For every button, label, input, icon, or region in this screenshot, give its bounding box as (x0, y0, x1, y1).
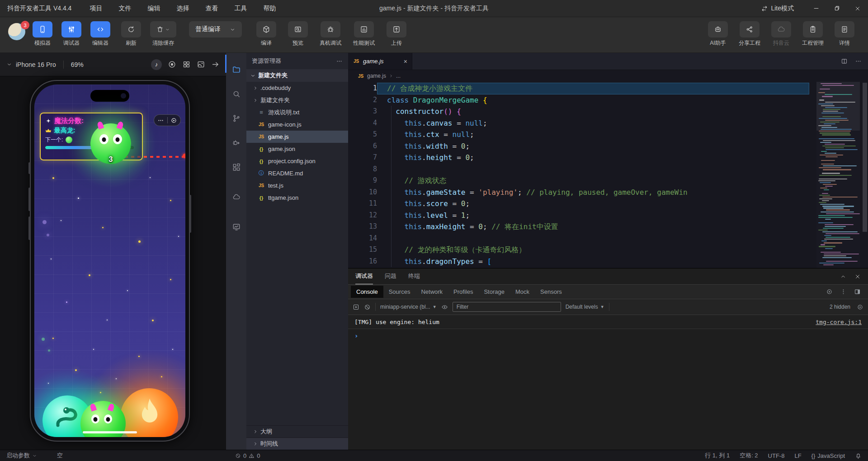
game-screen[interactable]: 魔法分数: 最高龙: 下一个: (34, 85, 185, 437)
fire-ball[interactable] (120, 388, 178, 437)
code-editor[interactable]: 1// 合成神龙小游戏主文件2class DragonMergeGame {3 … (348, 82, 868, 268)
user-avatar[interactable]: 3 (8, 23, 26, 41)
devtools-tab-profiles[interactable]: Profiles (448, 286, 478, 298)
file-item-.codebuddy[interactable]: .codebuddy (246, 82, 348, 94)
toolbar-perf-test-button[interactable]: 性能测试 (353, 21, 375, 47)
devtools-tab-sources[interactable]: Sources (383, 286, 416, 298)
console-prompt[interactable]: › (348, 329, 868, 343)
close-button[interactable] (847, 0, 868, 17)
toolbar-share-project-button[interactable]: 分享工程 (739, 21, 760, 47)
menu-选择[interactable]: 选择 (168, 0, 197, 17)
file-item-game.js[interactable]: JSgame.js (246, 131, 348, 143)
source-control-icon[interactable] (226, 106, 246, 131)
file-item-game-icon.js[interactable]: JSgame-icon.js (246, 118, 348, 131)
falling-dragon[interactable]: 3 (90, 123, 131, 164)
menu-查看[interactable]: 查看 (197, 0, 226, 17)
file-item-新建文件夹[interactable]: 新建文件夹 (246, 94, 348, 106)
lite-mode-toggle[interactable]: Lite模式 (761, 5, 794, 13)
menu-编辑[interactable]: 编辑 (139, 0, 168, 17)
console-settings-icon[interactable] (857, 304, 863, 310)
toolbar-refresh-button[interactable]: 刷新 (121, 21, 141, 47)
screenshot-icon[interactable] (197, 60, 205, 69)
toolbar-compile-button[interactable]: 编译 (256, 21, 276, 47)
log-levels-dropdown[interactable]: Default levels ▼ (566, 304, 604, 310)
log-source-link[interactable]: tmg-core.js:1 (816, 319, 862, 325)
code-line-11[interactable]: 11 this.score = 0; (348, 198, 809, 210)
breadcrumb[interactable]: JS game.js ... (348, 70, 868, 82)
toolbar-details-button[interactable]: 详情 (835, 21, 854, 47)
toolbar-project-manage-button[interactable]: 工程管理 (802, 21, 824, 47)
code-line-5[interactable]: 5 this.ctx = null; (348, 129, 809, 141)
toolbar-douyin-cloud-button[interactable]: 抖音云 (771, 21, 791, 47)
file-item-game.json[interactable]: {}game.json (246, 143, 348, 155)
grid-layout-icon[interactable] (182, 60, 191, 69)
editor-more-icon[interactable] (855, 58, 862, 65)
editor-scrollbar[interactable] (862, 82, 868, 268)
performance-monitor-icon[interactable] (226, 215, 246, 239)
language-mode[interactable]: {} JavaScript (811, 452, 845, 459)
code-line-9[interactable]: 9 // 游戏状态 (348, 175, 809, 187)
devtools-tab-network[interactable]: Network (415, 286, 448, 298)
menu-工具[interactable]: 工具 (226, 0, 255, 17)
close-panel-icon[interactable] (854, 273, 861, 280)
section-时间线[interactable]: 时间线 (246, 437, 348, 450)
explorer-activity-icon[interactable] (226, 57, 246, 82)
context-selector[interactable]: miniapp-service (bl... ▼ (380, 304, 437, 310)
console-empty-area[interactable] (348, 343, 868, 450)
toolbar-simulator-button[interactable]: 模拟器 (33, 21, 52, 47)
code-line-13[interactable]: 13 this.maxHeight = 0; // 将在init中设置 (348, 221, 809, 233)
exit-button[interactable] (168, 117, 181, 124)
panel-tab-问题[interactable]: 问题 (385, 268, 396, 284)
code-line-6[interactable]: 6 this.width = 0; (348, 141, 809, 152)
live-expression-icon[interactable] (441, 304, 448, 310)
launch-params-dropdown[interactable]: 启动参数 (6, 452, 37, 460)
more-button[interactable] (154, 117, 167, 124)
minimap[interactable] (816, 82, 860, 268)
cursor-position[interactable]: 行 1, 列 1 (705, 452, 730, 460)
explorer-more-icon[interactable] (336, 58, 343, 65)
code-line-2[interactable]: 2class DragonMergeGame { (348, 94, 809, 106)
menu-文件[interactable]: 文件 (110, 0, 139, 17)
file-item-test.js[interactable]: JStest.js (246, 179, 348, 192)
douyin-logo-icon[interactable]: ♪ (151, 59, 162, 70)
toolbar-editor-button[interactable]: 编辑器 (90, 21, 110, 47)
code-line-10[interactable]: 10 this.gameState = 'playing'; // playin… (348, 187, 809, 198)
code-line-16[interactable]: 16 this.dragonTypes = [ (348, 256, 809, 268)
code-line-4[interactable]: 4 this.canvas = null; (348, 118, 809, 129)
restore-button[interactable] (826, 0, 847, 17)
extensions-icon[interactable] (226, 155, 246, 179)
clear-console-icon[interactable] (364, 304, 371, 310)
devtools-tab-mock[interactable]: Mock (510, 286, 535, 298)
devtools-menu-icon[interactable] (840, 288, 847, 295)
toolbar-clear-cache-button[interactable]: 清除缓存 (150, 21, 176, 47)
root-folder[interactable]: 新建文件夹 (246, 69, 348, 82)
code-line-8[interactable]: 8 (348, 164, 809, 175)
encoding[interactable]: UTF-8 (768, 452, 785, 459)
tab-close-icon[interactable]: × (404, 58, 407, 65)
dock-side-icon[interactable] (854, 288, 861, 295)
section-大纲[interactable]: 大纲 (246, 425, 348, 437)
notifications-bell-icon[interactable] (855, 452, 862, 459)
console-filter-input[interactable] (453, 302, 561, 312)
toolbar-remote-debug-button[interactable]: 真机调试 (320, 21, 341, 47)
tab-game-js[interactable]: JS game.js × (348, 53, 412, 70)
code-line-3[interactable]: 3 constructor() { (348, 106, 809, 118)
toolbar-debugger-button[interactable]: 调试器 (61, 21, 81, 47)
panel-tab-终端[interactable]: 终端 (408, 268, 420, 284)
run-debug-icon[interactable] (226, 131, 246, 155)
file-item-README.md[interactable]: ⓘREADME.md (246, 167, 348, 179)
file-item-ttgame.json[interactable]: {}ttgame.json (246, 192, 348, 204)
devtools-tab-console[interactable]: Console (351, 286, 383, 298)
menu-项目[interactable]: 项目 (81, 0, 110, 17)
toolbar-ai-assistant-button[interactable]: AI助手 (708, 21, 728, 47)
devtools-settings-icon[interactable] (826, 288, 833, 295)
chevron-down-icon[interactable] (6, 61, 12, 67)
minimize-button[interactable] (806, 0, 826, 17)
split-editor-icon[interactable] (841, 58, 848, 65)
search-icon[interactable] (226, 82, 246, 106)
collapse-panel-icon[interactable] (840, 273, 846, 280)
devtools-tab-storage[interactable]: Storage (478, 286, 510, 298)
code-line-14[interactable]: 14 (348, 233, 809, 245)
device-selector[interactable]: iPhone 16 Pro (16, 61, 56, 68)
indentation[interactable]: 空格: 2 (740, 452, 758, 460)
